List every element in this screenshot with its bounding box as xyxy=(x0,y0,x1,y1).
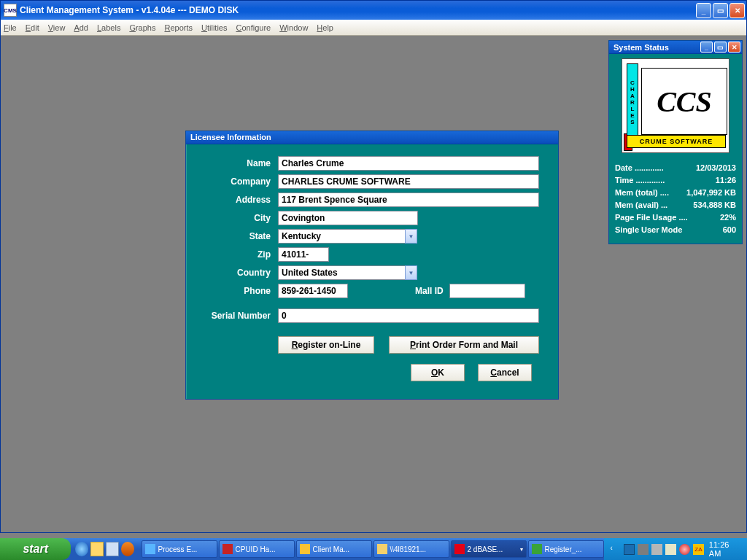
ok-button[interactable]: OK xyxy=(411,364,465,381)
name-field[interactable] xyxy=(278,156,539,171)
start-button[interactable]: start xyxy=(0,538,71,560)
label-address: Address xyxy=(186,195,278,205)
status-minimize-button[interactable]: _ xyxy=(700,42,713,52)
tray-shield-icon[interactable] xyxy=(679,544,690,555)
label-city: City xyxy=(186,213,278,223)
mall-id-field[interactable] xyxy=(449,284,525,298)
task-client-management[interactable]: Client Ma... xyxy=(296,540,372,558)
status-date-value: 12/03/2013 xyxy=(696,162,736,174)
ql-firefox-icon[interactable] xyxy=(121,542,134,556)
status-pagefile-value: 22% xyxy=(720,211,736,224)
print-order-form-button[interactable]: Print Order Form and Mail xyxy=(389,336,539,354)
ql-mail-icon[interactable] xyxy=(90,542,104,556)
status-maximize-button[interactable]: ▭ xyxy=(714,42,727,52)
menu-file[interactable]: File xyxy=(4,23,17,32)
status-memavail-value: 534,888 KB xyxy=(693,199,736,211)
logo-vertical-text: CHARLES xyxy=(627,63,638,141)
chevron-down-icon[interactable]: ▼ xyxy=(405,265,417,280)
ql-desktop-icon[interactable] xyxy=(106,542,119,556)
tray-app2-icon[interactable] xyxy=(651,544,662,555)
ql-ie-icon[interactable] xyxy=(75,542,88,556)
chevron-down-icon[interactable]: ▼ xyxy=(405,229,417,244)
label-phone: Phone xyxy=(186,286,278,296)
system-status-panel: System Status _ ▭ ✕ CHARLES CCS CRUME SO… xyxy=(608,40,743,244)
label-company: Company xyxy=(186,176,278,187)
minimize-button[interactable]: _ xyxy=(696,3,711,18)
status-pagefile-label: Page File Usage .... xyxy=(615,211,688,224)
serial-field[interactable] xyxy=(278,308,539,323)
system-tray: ‹ ZA 11:26 AM xyxy=(604,538,747,560)
dialog-title: Licensee Information xyxy=(186,131,558,144)
menu-window[interactable]: Window xyxy=(279,23,308,32)
task-cpuid[interactable]: CPUID Ha... xyxy=(219,540,295,558)
menu-view[interactable]: View xyxy=(48,23,66,32)
tray-display-icon[interactable] xyxy=(624,544,635,555)
taskbar-tasks: Process E... CPUID Ha... Client Ma... \\… xyxy=(139,540,604,558)
logo-main-text: CCS xyxy=(641,68,727,135)
menu-help[interactable]: Help xyxy=(317,23,333,32)
menu-graphs[interactable]: Graphs xyxy=(129,23,155,32)
status-memtotal-label: Mem (total) .... xyxy=(615,187,669,199)
menu-edit[interactable]: Edit xyxy=(26,23,39,32)
label-name: Name xyxy=(186,158,278,168)
address-field[interactable] xyxy=(278,192,539,207)
titlebar: CMS Client Management System - v1.4.04e … xyxy=(1,1,746,20)
ccs-logo: CHARLES CCS CRUME SOFTWARE xyxy=(622,58,729,153)
state-select[interactable]: ▼ xyxy=(278,229,417,244)
app-icon: CMS xyxy=(4,4,17,17)
label-state: State xyxy=(186,231,278,241)
status-close-button[interactable]: ✕ xyxy=(728,42,740,52)
task-dbase[interactable]: 2 dBASE... ▾ xyxy=(451,540,527,558)
country-select[interactable]: ▼ xyxy=(278,265,417,280)
menu-utilities[interactable]: Utilities xyxy=(201,23,227,32)
status-singleuser-value: 600 xyxy=(723,224,736,236)
label-country: Country xyxy=(186,268,278,278)
cancel-button[interactable]: Cancel xyxy=(478,364,532,381)
menubar: File Edit View Add Labels Graphs Reports… xyxy=(1,20,746,36)
status-title: System Status xyxy=(614,43,669,52)
quick-launch xyxy=(71,542,139,556)
status-rows: Date .............12/03/2013 Time ......… xyxy=(609,159,742,244)
menu-configure[interactable]: Configure xyxy=(236,23,271,32)
menu-reports[interactable]: Reports xyxy=(164,23,193,32)
register-online-button[interactable]: Register on-Line xyxy=(278,336,374,354)
company-field[interactable] xyxy=(278,174,539,189)
task-register[interactable]: Register_... xyxy=(528,540,604,558)
menu-add[interactable]: Add xyxy=(74,23,88,32)
zip-field[interactable] xyxy=(278,247,329,262)
label-zip: Zip xyxy=(186,249,278,260)
tray-zonealarm-icon[interactable]: ZA xyxy=(693,544,704,555)
tray-app3-icon[interactable] xyxy=(665,544,676,555)
status-date-label: Date ............. xyxy=(615,162,664,174)
close-button[interactable]: ✕ xyxy=(729,3,745,18)
phone-field[interactable] xyxy=(278,284,348,298)
status-time-value: 11:26 xyxy=(716,174,736,187)
window-title: Client Management System - v1.4.04e --- … xyxy=(20,5,696,15)
state-value[interactable] xyxy=(278,229,406,244)
city-field[interactable] xyxy=(278,211,418,225)
licensee-dialog: Licensee Information Name Company Addres… xyxy=(185,131,559,400)
label-serial: Serial Number xyxy=(186,311,278,321)
status-time-label: Time ............. xyxy=(615,174,665,187)
tray-clock[interactable]: 11:26 AM xyxy=(709,540,743,558)
country-value[interactable] xyxy=(278,265,406,280)
status-title-bar: System Status _ ▭ ✕ xyxy=(609,41,742,54)
status-memtotal-value: 1,047,992 KB xyxy=(686,187,736,199)
dialog-body: Name Company Address City State ▼ Zip xyxy=(186,144,558,399)
tray-app1-icon[interactable] xyxy=(638,544,649,555)
task-process-explorer[interactable]: Process E... xyxy=(142,540,217,558)
logo-sub-text: CRUME SOFTWARE xyxy=(627,135,726,148)
tray-arrow-icon[interactable]: ‹ xyxy=(610,544,621,555)
status-memavail-label: Mem (avail) ... xyxy=(615,199,667,211)
status-singleuser-label: Single User Mode xyxy=(615,224,682,236)
task-network-folder[interactable]: \\4l81921... xyxy=(374,540,449,558)
label-mall-id: Mall ID xyxy=(415,286,444,296)
window-controls: _ ▭ ✕ xyxy=(696,3,746,18)
taskbar: start Process E... CPUID Ha... Client Ma… xyxy=(0,538,747,560)
menu-labels[interactable]: Labels xyxy=(97,23,120,32)
maximize-button[interactable]: ▭ xyxy=(713,3,728,18)
